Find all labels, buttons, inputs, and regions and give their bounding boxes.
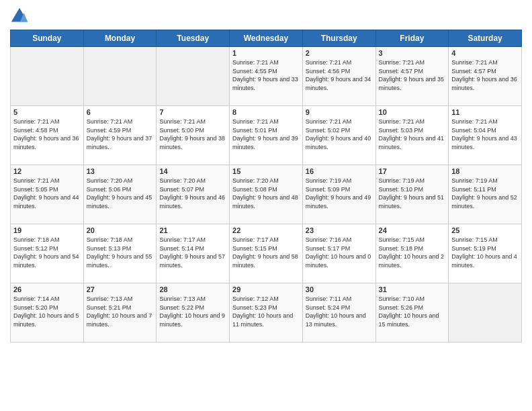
calendar-cell: 31Sunrise: 7:10 AM Sunset: 5:26 PM Dayli… (375, 283, 449, 342)
calendar-cell (449, 283, 522, 342)
day-number: 17 (379, 167, 446, 175)
day-info: Sunrise: 7:19 AM Sunset: 5:09 PM Dayligh… (306, 177, 373, 210)
day-info: Sunrise: 7:19 AM Sunset: 5:10 PM Dayligh… (379, 177, 446, 210)
calendar-day-header: Tuesday (157, 30, 230, 47)
day-number: 15 (232, 167, 300, 175)
calendar-cell (157, 47, 230, 106)
day-number: 12 (13, 167, 81, 175)
calendar-cell: 19Sunrise: 7:18 AM Sunset: 5:12 PM Dayli… (11, 224, 84, 283)
calendar-cell: 18Sunrise: 7:19 AM Sunset: 5:11 PM Dayli… (449, 165, 522, 224)
day-number: 8 (232, 108, 300, 116)
calendar-cell: 14Sunrise: 7:20 AM Sunset: 5:07 PM Dayli… (157, 165, 230, 224)
calendar-cell: 26Sunrise: 7:14 AM Sunset: 5:20 PM Dayli… (11, 283, 84, 342)
day-number: 30 (306, 285, 373, 293)
day-info: Sunrise: 7:21 AM Sunset: 4:57 PM Dayligh… (451, 58, 519, 92)
day-info: Sunrise: 7:19 AM Sunset: 5:11 PM Dayligh… (451, 177, 519, 210)
page-container: SundayMondayTuesdayWednesdayThursdayFrid… (0, 0, 532, 346)
calendar-cell: 13Sunrise: 7:20 AM Sunset: 5:06 PM Dayli… (83, 165, 157, 224)
calendar-cell: 16Sunrise: 7:19 AM Sunset: 5:09 PM Dayli… (302, 165, 375, 224)
logo (10, 7, 32, 26)
day-number: 31 (379, 285, 446, 293)
calendar-cell: 24Sunrise: 7:15 AM Sunset: 5:18 PM Dayli… (375, 224, 449, 283)
calendar-table: SundayMondayTuesdayWednesdayThursdayFrid… (10, 30, 522, 342)
day-number: 3 (379, 49, 446, 57)
day-info: Sunrise: 7:21 AM Sunset: 4:57 PM Dayligh… (379, 58, 446, 92)
calendar-week-row: 5Sunrise: 7:21 AM Sunset: 4:58 PM Daylig… (11, 106, 522, 165)
calendar-week-row: 19Sunrise: 7:18 AM Sunset: 5:12 PM Dayli… (11, 224, 522, 283)
calendar-week-row: 1Sunrise: 7:21 AM Sunset: 4:55 PM Daylig… (11, 47, 522, 106)
day-info: Sunrise: 7:21 AM Sunset: 5:02 PM Dayligh… (306, 118, 373, 151)
calendar-day-header: Sunday (11, 30, 84, 47)
day-info: Sunrise: 7:14 AM Sunset: 5:20 PM Dayligh… (13, 295, 81, 328)
day-info: Sunrise: 7:17 AM Sunset: 5:14 PM Dayligh… (159, 236, 226, 269)
day-info: Sunrise: 7:21 AM Sunset: 4:59 PM Dayligh… (87, 118, 154, 151)
calendar-cell: 23Sunrise: 7:16 AM Sunset: 5:17 PM Dayli… (302, 224, 375, 283)
day-info: Sunrise: 7:21 AM Sunset: 4:58 PM Dayligh… (13, 118, 81, 151)
calendar-cell: 6Sunrise: 7:21 AM Sunset: 4:59 PM Daylig… (83, 106, 157, 165)
calendar-cell (11, 47, 84, 106)
day-number: 1 (232, 49, 300, 57)
day-number: 25 (451, 226, 519, 234)
day-info: Sunrise: 7:16 AM Sunset: 5:17 PM Dayligh… (306, 236, 373, 269)
day-number: 14 (159, 167, 226, 175)
day-info: Sunrise: 7:20 AM Sunset: 5:08 PM Dayligh… (232, 177, 300, 210)
day-number: 9 (306, 108, 373, 116)
calendar-day-header: Saturday (449, 30, 522, 47)
calendar-day-header: Friday (375, 30, 449, 47)
day-number: 19 (13, 226, 81, 234)
day-info: Sunrise: 7:15 AM Sunset: 5:18 PM Dayligh… (379, 236, 446, 269)
day-number: 20 (87, 226, 154, 234)
day-info: Sunrise: 7:20 AM Sunset: 5:07 PM Dayligh… (159, 177, 226, 210)
day-info: Sunrise: 7:15 AM Sunset: 5:19 PM Dayligh… (451, 236, 519, 269)
calendar-cell: 22Sunrise: 7:17 AM Sunset: 5:15 PM Dayli… (230, 224, 303, 283)
calendar-cell: 1Sunrise: 7:21 AM Sunset: 4:55 PM Daylig… (230, 47, 303, 106)
calendar-day-header: Wednesday (230, 30, 303, 47)
day-number: 21 (159, 226, 226, 234)
calendar-week-row: 12Sunrise: 7:21 AM Sunset: 5:05 PM Dayli… (11, 165, 522, 224)
day-info: Sunrise: 7:21 AM Sunset: 5:01 PM Dayligh… (232, 118, 300, 151)
day-number: 13 (87, 167, 154, 175)
calendar-cell: 10Sunrise: 7:21 AM Sunset: 5:03 PM Dayli… (375, 106, 449, 165)
day-info: Sunrise: 7:21 AM Sunset: 4:56 PM Dayligh… (306, 58, 373, 92)
header (10, 7, 522, 26)
calendar-cell: 5Sunrise: 7:21 AM Sunset: 4:58 PM Daylig… (11, 106, 84, 165)
calendar-cell: 12Sunrise: 7:21 AM Sunset: 5:05 PM Dayli… (11, 165, 84, 224)
day-info: Sunrise: 7:20 AM Sunset: 5:06 PM Dayligh… (87, 177, 154, 210)
calendar-cell: 9Sunrise: 7:21 AM Sunset: 5:02 PM Daylig… (302, 106, 375, 165)
calendar-cell: 15Sunrise: 7:20 AM Sunset: 5:08 PM Dayli… (230, 165, 303, 224)
calendar-day-header: Thursday (302, 30, 375, 47)
day-number: 22 (232, 226, 300, 234)
day-info: Sunrise: 7:21 AM Sunset: 5:04 PM Dayligh… (451, 118, 519, 151)
calendar-cell: 25Sunrise: 7:15 AM Sunset: 5:19 PM Dayli… (449, 224, 522, 283)
day-number: 18 (451, 167, 519, 175)
calendar-cell: 4Sunrise: 7:21 AM Sunset: 4:57 PM Daylig… (449, 47, 522, 106)
calendar-cell: 8Sunrise: 7:21 AM Sunset: 5:01 PM Daylig… (230, 106, 303, 165)
calendar-cell: 27Sunrise: 7:13 AM Sunset: 5:21 PM Dayli… (83, 283, 157, 342)
calendar-cell: 11Sunrise: 7:21 AM Sunset: 5:04 PM Dayli… (449, 106, 522, 165)
day-number: 6 (87, 108, 154, 116)
day-info: Sunrise: 7:21 AM Sunset: 5:00 PM Dayligh… (159, 118, 226, 151)
day-number: 7 (159, 108, 226, 116)
calendar-cell: 20Sunrise: 7:18 AM Sunset: 5:13 PM Dayli… (83, 224, 157, 283)
day-number: 26 (13, 285, 81, 293)
day-info: Sunrise: 7:18 AM Sunset: 5:13 PM Dayligh… (87, 236, 154, 269)
day-info: Sunrise: 7:10 AM Sunset: 5:26 PM Dayligh… (379, 295, 446, 328)
day-info: Sunrise: 7:13 AM Sunset: 5:22 PM Dayligh… (159, 295, 226, 328)
day-number: 28 (159, 285, 226, 293)
day-info: Sunrise: 7:18 AM Sunset: 5:12 PM Dayligh… (13, 236, 81, 269)
calendar-cell: 2Sunrise: 7:21 AM Sunset: 4:56 PM Daylig… (302, 47, 375, 106)
day-info: Sunrise: 7:13 AM Sunset: 5:21 PM Dayligh… (87, 295, 154, 328)
day-number: 5 (13, 108, 81, 116)
day-number: 27 (87, 285, 154, 293)
logo-icon (10, 7, 29, 26)
day-number: 23 (306, 226, 373, 234)
calendar-cell (83, 47, 157, 106)
day-number: 29 (232, 285, 300, 293)
calendar-cell: 3Sunrise: 7:21 AM Sunset: 4:57 PM Daylig… (375, 47, 449, 106)
day-number: 4 (451, 49, 519, 57)
day-info: Sunrise: 7:21 AM Sunset: 5:05 PM Dayligh… (13, 177, 81, 210)
calendar-cell: 21Sunrise: 7:17 AM Sunset: 5:14 PM Dayli… (157, 224, 230, 283)
day-number: 2 (306, 49, 373, 57)
calendar-header-row: SundayMondayTuesdayWednesdayThursdayFrid… (11, 30, 522, 47)
day-info: Sunrise: 7:21 AM Sunset: 5:03 PM Dayligh… (379, 118, 446, 151)
